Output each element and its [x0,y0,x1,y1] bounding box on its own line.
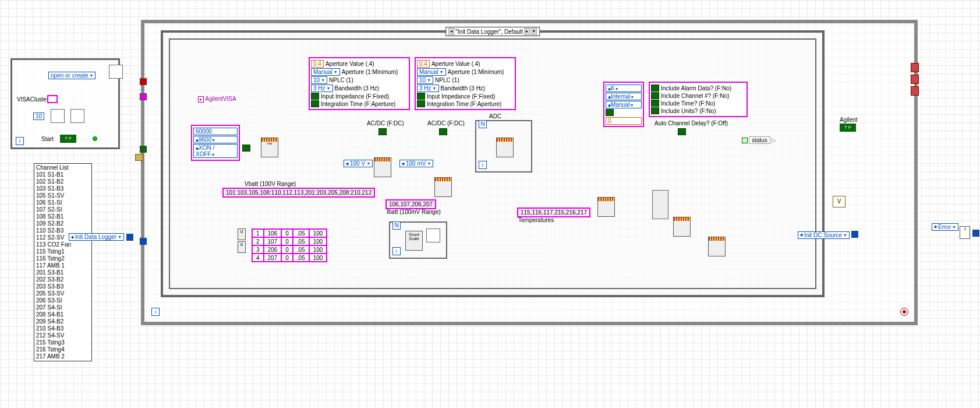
temp-ref[interactable]: ◆Internal▼ [606,93,642,100]
case-prev[interactable]: ◂ [448,28,454,35]
shunt-cell[interactable]: 207 [264,254,282,262]
start-bool[interactable]: T F [60,135,76,143]
case-selector[interactable]: ◂ "Init Data Logger", Default ▸ ▾ [445,27,540,36]
agilent-visa-wrap: ▸ AgilentVISA [198,96,236,102]
cfg1-nplc[interactable]: 10▼ [311,76,327,84]
case-menu[interactable]: ▾ [531,28,537,35]
temp-type[interactable]: ◆K▼ [606,85,642,92]
channel-item: 206 S3-SI [36,297,90,304]
shunt-cell[interactable]: 106 [264,229,282,237]
cfg2-ap-val[interactable]: 0.4 [417,60,430,68]
open-mode-label: open or create [51,72,89,79]
adc-iter: i [479,161,487,169]
case-label: "Init Data Logger", Default [455,29,523,35]
temp-mode[interactable]: ◆Manual▼ [606,101,642,108]
auto-delay-bool [678,128,686,135]
sr-top3 [911,86,919,96]
shunt-cell[interactable]: 0 [281,229,293,237]
outer-stop[interactable] [900,308,908,316]
channel-list-header: Channel List [36,164,90,171]
shunt-cell[interactable]: 2 [252,237,264,245]
ibatt-label: Ibatt (100mV Range) [387,209,441,215]
acdc2-label: AC/DC (F:DC) [427,120,465,126]
cfg1-int-bool [311,100,319,107]
vi-conf-voltage1[interactable] [374,157,391,177]
init-dl-row: ◆Init Data Logger▼ [69,233,133,241]
vi-adc[interactable] [496,138,514,157]
serial-bool [242,145,250,152]
init-dc-wrap: ◆Init DC Source▼ [798,231,850,239]
shunt-cell[interactable]: 206 [264,245,282,254]
shunt-cell[interactable]: 100 [309,245,327,254]
cfg2-ap-mode[interactable]: Manual▼ [417,68,446,76]
serial-flow[interactable]: ◆XON / XOFF▼ [193,144,238,158]
adc-for-loop: N ADC i [475,120,532,173]
range-100mv[interactable]: ◆100 mV▼ [399,160,433,167]
channel-item: 116 Tstng2 [36,255,90,262]
temp-zero[interactable]: 0 [606,117,642,125]
ibatt-string[interactable]: 106,107,206,207 [385,199,436,209]
auto-delay-label: Auto Channel Delay? (F:Off) [654,120,728,126]
error-ring[interactable]: ◆Error▼ [932,223,958,231]
shunt-cell[interactable]: 3 [252,245,264,254]
vi-conf-voltage2[interactable] [434,177,452,197]
start-label: Start [41,136,54,142]
range-100v[interactable]: ◆100 V▼ [344,160,373,167]
vi-initialize[interactable]: Init [261,138,278,157]
channel-item: 205 S3-SV [36,290,90,297]
case-next[interactable]: ▸ [524,28,530,35]
format-cluster: Include Alarm Data? (F:No) Include Chann… [649,82,748,117]
outer-error-in [135,154,143,161]
shunt-iter: i [392,247,401,255]
shunt-cell[interactable]: 1 [252,229,264,237]
init-dc-ring[interactable]: ◆Init DC Source▼ [798,231,850,239]
shunt-index-col: 0 0 [238,228,246,253]
outer-iter-i: i [151,308,160,316]
shunt-cell[interactable]: 107 [264,237,282,245]
channel-item: 217 AMB 2 [36,353,90,360]
temp-label: Temperatures [518,217,554,223]
vi-temp[interactable] [597,197,615,217]
cfg2-imp-bool [417,93,425,100]
shunt-cell[interactable]: .05 [293,245,309,254]
serial-baud[interactable]: ◆9600▼ [193,136,238,143]
temp-string[interactable]: 115,116,117,215,216,217 [517,207,590,217]
open-mode-ring[interactable]: open or create▼ [48,72,95,79]
serial-timeout[interactable]: 60000 [193,128,238,135]
shunt-idx1[interactable]: 0 [238,241,246,253]
channel-item: 107 S2-SI [36,206,90,213]
vi-format[interactable] [673,217,691,237]
shunt-cell[interactable]: 0 [281,245,293,254]
visa-cluster-terminal [47,95,58,103]
cfg2-bw[interactable]: 3 Hz▼ [417,85,439,92]
shunt-cell[interactable]: 100 [309,254,327,262]
shunt-cell[interactable]: 4 [252,254,264,262]
vbatt-string[interactable]: 101:103,105,108:110,112,113,201:203,205,… [222,188,375,198]
shunt-cell[interactable]: .05 [293,237,309,245]
cfg1-ap-mode[interactable]: Manual▼ [311,68,340,76]
shunt-table[interactable]: 11060.0510021070.0510032060.0510042070.0… [252,228,327,262]
shunt-scale-vi[interactable]: Shunt Scale [405,231,423,251]
shunt-cell[interactable]: 100 [309,229,327,237]
cfg2-cluster: 0.4Aperture Value (.4) Manual▼Aperture (… [415,57,516,110]
init-cluster-frame: open or create▼ VISACluster 10 Start T F… [10,58,120,149]
shunt-cell[interactable]: .05 [293,254,309,262]
cfg1-ap-val[interactable]: 0.4 [311,60,324,68]
init-dl-ring[interactable]: ◆Init Data Logger▼ [69,233,124,241]
shunt-cell[interactable]: 100 [309,237,327,245]
shunt-idx0[interactable]: 0 [238,228,246,240]
status-term [742,138,748,143]
channel-item: 102 S1-B2 [36,178,90,185]
cfg1-bw[interactable]: 3 Hz▼ [311,85,333,92]
cfg2-nplc[interactable]: 10▼ [417,76,433,84]
channel-item: 202 S3-B2 [36,276,90,283]
shunt-cell[interactable]: .05 [293,229,309,237]
vi-close[interactable] [708,237,726,256]
fmt-units-bool [651,107,659,114]
bundle-node [652,190,668,219]
shunt-cell[interactable]: 0 [281,237,293,245]
shunt-cell[interactable]: 0 [281,254,293,262]
start-led [93,136,97,141]
case-structure: ◂ "Init Data Logger", Default ▸ ▾ ▸ Agil… [161,30,825,297]
fmt-alarm-bool [651,85,659,92]
